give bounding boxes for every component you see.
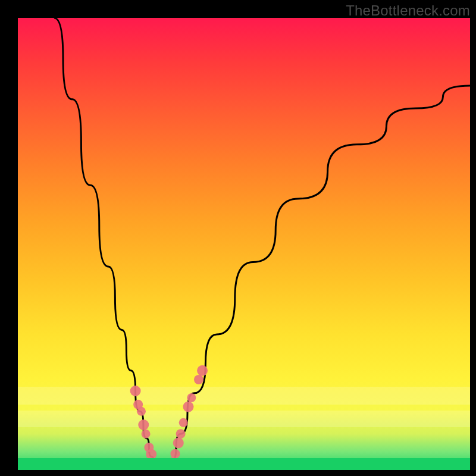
data-marker bbox=[130, 386, 141, 396]
data-marker bbox=[138, 419, 149, 430]
data-marker bbox=[197, 365, 208, 376]
data-marker bbox=[137, 407, 146, 416]
chart-frame: TheBottleneck.com bbox=[0, 0, 476, 476]
curve-left-branch bbox=[54, 18, 158, 470]
data-marker bbox=[187, 393, 196, 402]
marker-group bbox=[130, 365, 208, 470]
curve-right-branch bbox=[167, 86, 470, 470]
data-marker bbox=[176, 429, 186, 439]
plot-area bbox=[18, 18, 470, 470]
curve-group bbox=[54, 18, 470, 470]
data-marker bbox=[183, 402, 194, 412]
data-marker bbox=[179, 418, 188, 427]
watermark-text: TheBottleneck.com bbox=[346, 2, 470, 19]
plot-bottom-strip bbox=[18, 458, 470, 470]
data-marker bbox=[142, 430, 151, 439]
data-marker bbox=[194, 375, 203, 384]
data-marker bbox=[170, 449, 180, 459]
data-marker bbox=[173, 437, 184, 448]
curve-layer bbox=[18, 18, 470, 470]
